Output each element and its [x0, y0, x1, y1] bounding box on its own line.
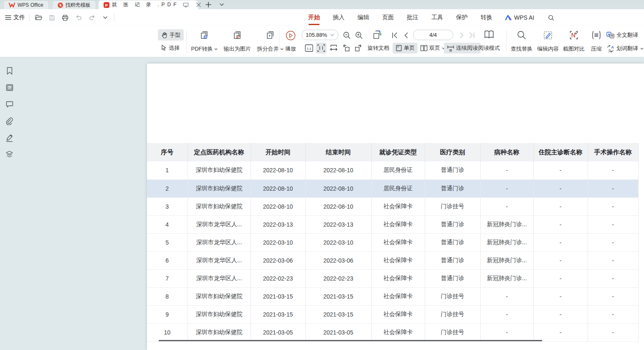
wps-ai-button[interactable]: WPS AI — [505, 14, 534, 21]
layers-icon[interactable] — [5, 151, 13, 158]
comment-icon[interactable] — [5, 100, 13, 108]
table-row: 10 深圳市妇幼保健院 2021-03-05 2021-03-05 社会保障卡 … — [147, 323, 638, 341]
thumbnail-icon[interactable] — [5, 84, 13, 92]
cell-operation-name: - — [588, 287, 638, 305]
screenshot-compare-button[interactable]: 截图对比 — [561, 28, 587, 55]
file-menu-button[interactable]: 文件 — [5, 14, 25, 21]
ribbon-tab-tools[interactable]: 工具 — [431, 9, 444, 26]
cell-institution: 深圳市龙华区人... — [188, 233, 251, 251]
zoom-out-icon[interactable] — [341, 30, 352, 41]
cell-end-date: 2022-08-10 — [305, 161, 371, 179]
cell-institution: 深圳市妇幼保健院 — [188, 305, 251, 323]
continuous-read-button[interactable]: 连续阅读 — [444, 43, 481, 54]
svg-text:A: A — [611, 45, 614, 49]
signature-icon[interactable] — [5, 134, 13, 142]
cell-start-date: 2022-08-10 — [251, 197, 305, 215]
redo-icon[interactable] — [87, 13, 96, 22]
cell-operation-name: - — [588, 161, 638, 179]
edit-content-icon — [543, 30, 553, 40]
cell-medical-category: 门诊挂号 — [425, 197, 480, 215]
edit-content-button[interactable]: 编辑内容 — [535, 28, 561, 55]
read-mode-icon[interactable] — [483, 28, 495, 41]
svg-text:W: W — [204, 36, 207, 38]
bookmark-icon[interactable] — [5, 67, 13, 75]
split-merge-button[interactable]: 拆分合并 — [255, 28, 286, 55]
ribbon-tab-edit[interactable]: 编辑 — [357, 9, 370, 26]
cell-disease-name: 新冠肺炎门诊... — [480, 233, 533, 251]
cell-main-diagnosis: - — [533, 161, 588, 179]
ribbon-tab-insert[interactable]: 插入 — [332, 9, 345, 26]
ribbon-tab-comment[interactable]: 批注 — [406, 9, 419, 26]
compress-button[interactable]: 压缩 — [587, 28, 606, 55]
double-page-button[interactable]: 双页 — [417, 43, 448, 54]
ribbon-tab-home[interactable]: 开始 — [308, 9, 320, 26]
cell-credential-type: 社会保障卡 — [371, 269, 425, 287]
pdf-convert-button[interactable]: W PDF转换 — [189, 28, 220, 55]
next-page-icon[interactable] — [456, 30, 467, 41]
full-translate-button[interactable]: A 全文翻译 — [606, 30, 638, 40]
prev-page-icon[interactable] — [401, 30, 411, 41]
close-tab-icon[interactable] — [194, 0, 203, 10]
divider — [114, 13, 114, 22]
more-quick-actions-chevron-icon[interactable] — [101, 13, 110, 22]
undo-icon[interactable] — [74, 13, 83, 22]
read-mode-label[interactable]: 阅读模式 — [478, 44, 500, 52]
column-header: 病种名称 — [480, 143, 533, 161]
ribbon-tab-convert[interactable]: 转换 — [480, 9, 493, 26]
tab-docer-templates[interactable]: 找稻壳模板 — [52, 0, 96, 9]
send-to-device-icon[interactable] — [181, 0, 190, 10]
play-button[interactable]: 播放 — [281, 28, 300, 55]
save-icon[interactable] — [47, 13, 56, 22]
cell-medical-category: 普通门诊 — [425, 251, 480, 269]
tab-list-chevron-icon[interactable] — [217, 0, 226, 9]
actual-size-icon[interactable]: 1:1 — [304, 43, 314, 54]
tab-wps-home[interactable]: WPS Office — [3, 0, 49, 9]
new-tab-icon[interactable] — [204, 0, 213, 9]
fit-page-icon[interactable] — [316, 43, 327, 54]
compress-icon — [591, 30, 601, 40]
word-translate-icon: 文A — [606, 45, 614, 52]
table-row: 7 深圳市龙华区人... 2022-02-23 2022-02-23 社会保障卡… — [147, 269, 638, 287]
chevron-down-icon — [214, 48, 218, 50]
single-page-button[interactable]: 单页 — [393, 43, 418, 54]
zoom-level-select[interactable]: 105.88% — [302, 30, 338, 40]
page-number-input[interactable]: 4/4 — [413, 30, 453, 40]
cell-start-date: 2021-03-15 — [251, 287, 305, 305]
cell-main-diagnosis: - — [533, 269, 588, 287]
column-header: 手术操作名称 — [588, 143, 638, 161]
select-tool-button[interactable]: 选择 — [158, 42, 184, 54]
rotate-right-icon[interactable] — [353, 43, 364, 54]
ribbon-tab-page[interactable]: 页面 — [382, 9, 394, 26]
menu-search-icon[interactable] — [546, 13, 555, 22]
full-translate-icon: A — [606, 32, 614, 38]
word-translate-button[interactable]: 文A 划词翻译 — [606, 43, 644, 54]
cell-medical-category: 门诊挂号 — [425, 305, 480, 323]
rotate-doc-label[interactable]: 旋转文档 — [368, 44, 389, 52]
cell-institution: 深圳市龙华区人... — [188, 215, 251, 233]
hand-tool-button[interactable]: 手型 — [158, 29, 184, 41]
cell-operation-name: - — [588, 251, 638, 269]
docer-logo-icon — [58, 3, 63, 8]
last-page-icon[interactable] — [467, 30, 477, 41]
cell-institution: 深圳市妇幼保健院 — [188, 287, 251, 305]
cell-start-date: 2022-03-10 — [251, 233, 305, 251]
cell-disease-name: 新冠肺炎门诊... — [480, 269, 533, 287]
zoom-in-icon[interactable] — [353, 30, 364, 41]
page-number-value: 4/4 — [429, 32, 437, 38]
first-page-icon[interactable] — [389, 30, 400, 41]
attachment-icon[interactable] — [5, 117, 13, 125]
tab-document-pdf[interactable]: P 就 医 记 录 .PDF — [99, 0, 198, 9]
print-icon[interactable] — [61, 13, 70, 22]
cell-credential-type: 社会保障卡 — [371, 215, 425, 233]
open-file-icon[interactable] — [34, 13, 43, 22]
cell-medical-category: 门诊挂号 — [425, 323, 480, 341]
ribbon-tab-protect[interactable]: 保护 — [456, 9, 468, 26]
fit-width-icon[interactable] — [328, 43, 339, 54]
export-image-button[interactable]: 输出为图片 — [221, 28, 254, 55]
cell-credential-type: 社会保障卡 — [371, 305, 425, 323]
table-row: 4 深圳市龙华区人... 2022-03-13 2022-03-13 社会保障卡… — [147, 215, 638, 233]
rotate-pages-icon[interactable] — [371, 28, 383, 41]
divider — [506, 31, 507, 53]
find-replace-button[interactable]: 查找替换 — [509, 28, 535, 55]
rotate-left-icon[interactable] — [341, 43, 352, 54]
